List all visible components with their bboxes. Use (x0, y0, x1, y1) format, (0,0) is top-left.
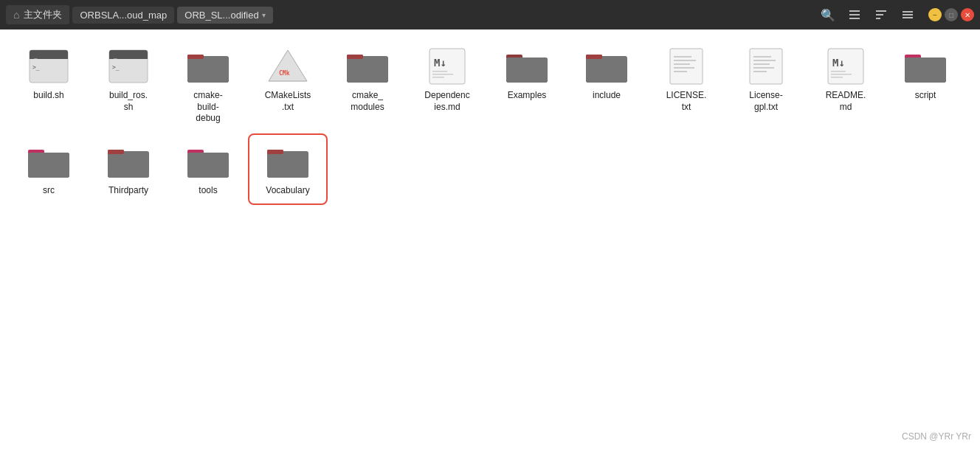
file-label: build_ros. sh (109, 90, 148, 113)
file-label: include (593, 90, 621, 102)
titlebar: ⌂ 主文件夹 ORBSLA...oud_map ORB_SL...odified… (0, 0, 980, 29)
titlebar-left: ⌂ 主文件夹 ORBSLA...oud_map ORB_SL...odified… (6, 5, 816, 24)
home-label: 主文件夹 (24, 8, 62, 21)
file-item[interactable]: Examples (490, 41, 564, 130)
file-item[interactable]: CMk CMakeLists .txt (251, 41, 325, 130)
svg-rect-34 (432, 77, 444, 78)
file-item[interactable]: include (570, 41, 643, 130)
menu-button[interactable] (896, 4, 919, 25)
file-label: README. md (826, 90, 866, 113)
folder-accent-icon (27, 142, 71, 181)
file-label: script (915, 90, 936, 102)
view-list-icon (848, 8, 861, 21)
svg-rect-33 (432, 74, 453, 75)
svg-rect-53 (753, 71, 767, 72)
cmake-icon: CMk (266, 47, 310, 86)
svg-rect-68 (108, 150, 124, 154)
close-button[interactable]: ✕ (961, 8, 974, 21)
svg-rect-45 (674, 63, 690, 65)
folder-dark-icon (186, 47, 230, 86)
file-label: cmake- build- debug (193, 90, 222, 125)
sort-icon (874, 8, 888, 21)
file-item[interactable]: src (12, 136, 86, 203)
file-item[interactable]: _ >_ build_ros. sh (92, 41, 165, 130)
maximize-button[interactable]: □ (945, 8, 958, 21)
svg-text:M↓: M↓ (434, 57, 446, 69)
svg-rect-8 (903, 17, 913, 18)
window-controls: − □ ✕ (928, 8, 974, 21)
file-label: LICENSE. txt (666, 90, 707, 113)
file-item[interactable]: _ >_ build.sh (12, 41, 86, 130)
svg-rect-58 (831, 77, 843, 78)
folder-accent-icon (903, 47, 948, 86)
file-label: Vocabulary (266, 185, 309, 197)
file-item[interactable]: cmake_ modules (331, 41, 404, 130)
svg-rect-67 (108, 153, 149, 178)
file-item[interactable]: tools (171, 136, 245, 203)
text-icon (744, 47, 788, 86)
svg-text:_: _ (114, 52, 117, 59)
svg-text:CMk: CMk (279, 70, 290, 77)
watermark: CSDN @YRr YRr (902, 431, 971, 442)
svg-rect-42 (670, 49, 703, 84)
file-label: src (43, 185, 55, 197)
file-item[interactable]: cmake- build- debug (171, 41, 245, 130)
svg-rect-43 (674, 56, 691, 58)
svg-rect-6 (903, 11, 913, 13)
search-button[interactable]: 🔍 (816, 4, 840, 25)
svg-rect-49 (753, 56, 771, 58)
hamburger-icon (901, 8, 914, 21)
svg-rect-44 (674, 60, 696, 61)
file-label: License- gpl.txt (749, 90, 782, 113)
terminal-icon: _ >_ (27, 47, 71, 86)
file-item[interactable]: script (888, 41, 962, 130)
svg-rect-4 (876, 14, 883, 15)
file-item[interactable]: LICENSE. txt (649, 41, 723, 130)
svg-rect-48 (750, 49, 782, 84)
folder-accent-icon (186, 142, 230, 181)
svg-rect-41 (586, 55, 602, 59)
home-button[interactable]: ⌂ 主文件夹 (6, 5, 69, 24)
svg-rect-1 (849, 14, 860, 15)
svg-rect-21 (187, 58, 229, 83)
markdown-icon: M↓ (824, 47, 868, 86)
svg-rect-52 (753, 67, 774, 69)
svg-rect-0 (849, 10, 860, 12)
svg-rect-5 (876, 18, 880, 19)
svg-rect-56 (831, 71, 846, 72)
file-item[interactable]: License- gpl.txt (729, 41, 803, 130)
file-item[interactable]: Thirdparty (92, 136, 165, 203)
file-label: CMakeLists .txt (265, 90, 311, 113)
sort-button[interactable] (869, 4, 893, 25)
file-item[interactable]: Vocabulary (251, 136, 325, 203)
svg-rect-71 (187, 153, 229, 178)
file-label: build.sh (33, 90, 63, 102)
svg-rect-37 (506, 58, 548, 83)
chevron-down-icon: ▾ (262, 11, 266, 19)
folder-dark-icon (266, 142, 310, 181)
svg-rect-29 (347, 55, 363, 59)
breadcrumb-1[interactable]: ORBSLA...oud_map (72, 7, 174, 24)
file-label: tools (199, 185, 217, 197)
markdown-icon: M↓ (425, 47, 469, 86)
svg-rect-40 (586, 58, 627, 83)
svg-rect-61 (905, 58, 946, 83)
minimize-button[interactable]: − (928, 8, 942, 21)
file-label: Thirdparty (108, 185, 148, 197)
file-item[interactable]: M↓ Dependenc ies.md (410, 41, 484, 130)
folder-dark-icon (584, 47, 629, 86)
breadcrumb-2[interactable]: ORB_SL...odified ▾ (177, 7, 272, 24)
svg-text:>_: >_ (32, 64, 40, 71)
folder-dark-icon (345, 47, 390, 86)
svg-rect-64 (28, 153, 69, 178)
view-list-button[interactable] (843, 4, 866, 25)
svg-rect-50 (753, 60, 776, 61)
svg-rect-57 (831, 74, 852, 75)
file-label: Examples (508, 90, 547, 102)
svg-rect-32 (432, 71, 447, 72)
file-item[interactable]: M↓ README. md (809, 41, 883, 130)
svg-text:>_: >_ (112, 64, 120, 71)
folder-dark-icon (106, 142, 151, 181)
home-icon: ⌂ (13, 9, 19, 21)
main-content: _ >_ build.sh _ >_ build_ros. sh cmake- … (0, 29, 980, 449)
